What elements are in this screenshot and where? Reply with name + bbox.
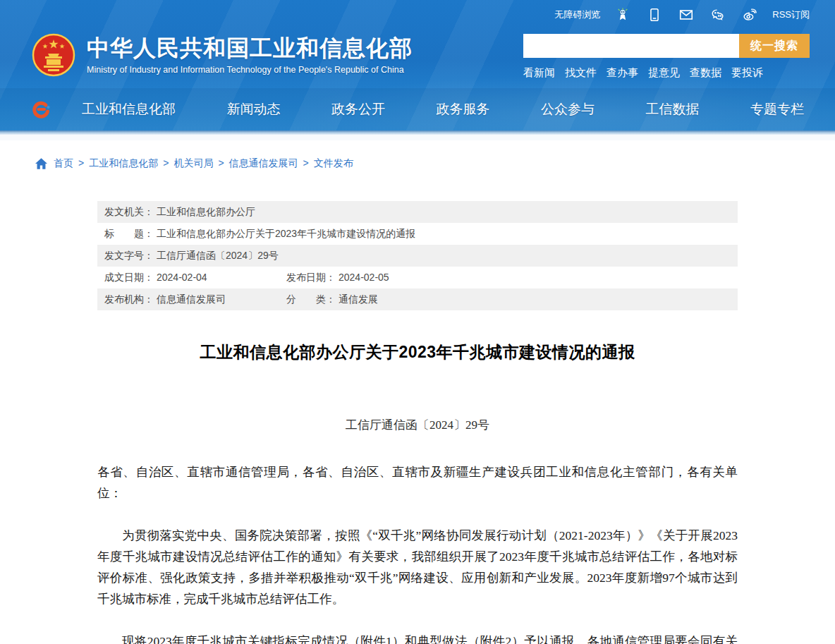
meta-value: 工信厅通信函〔2024〕29号: [157, 245, 279, 267]
nav-item[interactable]: 工业和信息化部: [82, 100, 176, 119]
breadcrumb-item[interactable]: 文件发布: [314, 157, 353, 169]
accessibility-link[interactable]: 无障碍浏览: [554, 8, 600, 21]
miit-spiral-logo-icon: [31, 99, 52, 120]
rss-link[interactable]: RSS订阅: [772, 8, 810, 21]
article-paragraph: 现将2023年度千兆城市关键指标完成情况（附件1）和典型做法（附件2）予以通报。…: [97, 631, 738, 644]
search-area: 统一搜索 看新闻找文件查办事提意见查数据要投诉: [523, 34, 810, 80]
meta-value: 工业和信息化部办公厅关于2023年千兆城市建设情况的通报: [157, 223, 415, 245]
meta-cell: 分 类：通信发展: [286, 288, 378, 310]
meta-value: 2024-02-04: [157, 267, 207, 288]
article-title: 工业和信息化部办公厅关于2023年千兆城市建设情况的通报: [97, 341, 738, 363]
mobile-icon[interactable]: [645, 6, 664, 24]
meta-label: 发文字号：: [104, 245, 154, 267]
article-paragraph: 为贯彻落实党中央、国务院决策部署，按照《“双千兆”网络协同发展行动计划（2021…: [97, 525, 738, 609]
site-title: 中华人民共和国工业和信息化部: [87, 35, 413, 61]
breadcrumb-item[interactable]: 首页: [54, 157, 73, 169]
quick-link[interactable]: 提意见: [648, 66, 680, 80]
quick-link[interactable]: 要投诉: [731, 66, 763, 80]
breadcrumb-separator: >: [78, 157, 84, 169]
mascot-icon[interactable]: [614, 6, 632, 24]
masthead: 中华人民共和国工业和信息化部 Ministry of Industry and …: [0, 30, 835, 88]
search-button[interactable]: 统一搜索: [739, 34, 810, 58]
topbar: 无障碍浏览: [0, 0, 835, 30]
nav-items: 工业和信息化部新闻动态政务公开政务服务公众参与工信数据专题专栏: [82, 100, 804, 119]
quick-link[interactable]: 查办事: [607, 66, 638, 80]
quick-link[interactable]: 查数据: [690, 66, 721, 80]
meta-label: 成文日期：: [104, 267, 154, 288]
meta-value: 2024-02-05: [339, 267, 389, 288]
article-salutation: 各省、自治区、直辖市通信管理局，各省、自治区、直辖市及新疆生产建设兵团工业和信息…: [97, 461, 738, 504]
breadcrumb-items: 首页>工业和信息化部>机关司局>信息通信发展司>文件发布: [54, 157, 353, 170]
breadcrumb-separator: >: [303, 157, 309, 169]
meta-cell: 成文日期：2024-02-04: [104, 267, 286, 288]
meta-label: 发文机关：: [104, 201, 154, 223]
breadcrumb-item[interactable]: 机关司局: [173, 157, 213, 169]
nav-item[interactable]: 工信数据: [646, 100, 700, 119]
breadcrumb: 首页>工业和信息化部>机关司局>信息通信发展司>文件发布: [0, 140, 835, 170]
nav-item[interactable]: 专题专栏: [750, 100, 804, 119]
meta-cell: 标 题：工业和信息化部办公厅关于2023年千兆城市建设情况的通报: [104, 223, 415, 245]
mail-icon[interactable]: [677, 6, 695, 24]
breadcrumb-separator: >: [163, 157, 169, 169]
article-body: 各省、自治区、直辖市通信管理局，各省、自治区、直辖市及新疆生产建设兵团工业和信息…: [97, 461, 738, 644]
meta-value: 工业和信息化部办公厅: [157, 201, 255, 223]
meta-cell: 发布日期：2024-02-05: [286, 267, 389, 288]
meta-value: 通信发展: [339, 288, 378, 310]
meta-label: 标 题：: [104, 223, 154, 245]
breadcrumb-separator: >: [218, 157, 224, 169]
meta-row: 发文字号：工信厅通信函〔2024〕29号: [97, 245, 738, 267]
meta-label: 发布机构：: [104, 288, 154, 310]
content: 发文机关：工业和信息化部办公厅标 题：工业和信息化部办公厅关于2023年千兆城市…: [97, 201, 738, 644]
meta-label: 分 类：: [286, 288, 336, 310]
meta-cell: 发文字号：工信厅通信函〔2024〕29号: [104, 245, 279, 267]
quick-link[interactable]: 看新闻: [523, 66, 555, 80]
weibo-icon[interactable]: [740, 6, 759, 24]
national-emblem-icon: [31, 32, 76, 78]
site-brand: 中华人民共和国工业和信息化部 Ministry of Industry and …: [31, 32, 413, 78]
nav-item[interactable]: 政务服务: [437, 100, 490, 119]
home-icon[interactable]: [35, 158, 47, 169]
quick-links: 看新闻找文件查办事提意见查数据要投诉: [523, 66, 810, 80]
meta-row: 发文机关：工业和信息化部办公厅: [97, 201, 738, 223]
nav-item[interactable]: 政务公开: [331, 100, 385, 119]
nav-item[interactable]: 新闻动态: [227, 100, 281, 119]
search-input[interactable]: [523, 34, 739, 58]
document-number: 工信厅通信函〔2024〕29号: [97, 417, 738, 433]
main-nav: 工业和信息化部新闻动态政务公开政务服务公众参与工信数据专题专栏: [0, 88, 835, 130]
document-meta-table: 发文机关：工业和信息化部办公厅标 题：工业和信息化部办公厅关于2023年千兆城市…: [97, 201, 738, 310]
meta-value: 信息通信发展司: [157, 288, 226, 310]
brand-titles: 中华人民共和国工业和信息化部 Ministry of Industry and …: [87, 35, 413, 75]
nav-item[interactable]: 公众参与: [541, 100, 595, 119]
meta-row: 标 题：工业和信息化部办公厅关于2023年千兆城市建设情况的通报: [97, 223, 738, 245]
breadcrumb-item[interactable]: 信息通信发展司: [229, 157, 298, 169]
meta-cell: 发布机构：信息通信发展司: [104, 288, 286, 310]
meta-row: 发布机构：信息通信发展司分 类：通信发展: [97, 288, 738, 310]
quick-link[interactable]: 找文件: [565, 66, 597, 80]
site-banner: 无障碍浏览: [0, 0, 835, 135]
breadcrumb-item[interactable]: 工业和信息化部: [89, 157, 158, 169]
site-subtitle: Ministry of Industry and Information Tec…: [87, 65, 413, 75]
wechat-icon[interactable]: [709, 6, 727, 24]
banner-divider-light: [0, 135, 835, 140]
meta-cell: 发文机关：工业和信息化部办公厅: [104, 201, 255, 223]
meta-label: 发布日期：: [286, 267, 336, 288]
banner-divider: [0, 130, 835, 135]
meta-row: 成文日期：2024-02-04发布日期：2024-02-05: [97, 267, 738, 288]
